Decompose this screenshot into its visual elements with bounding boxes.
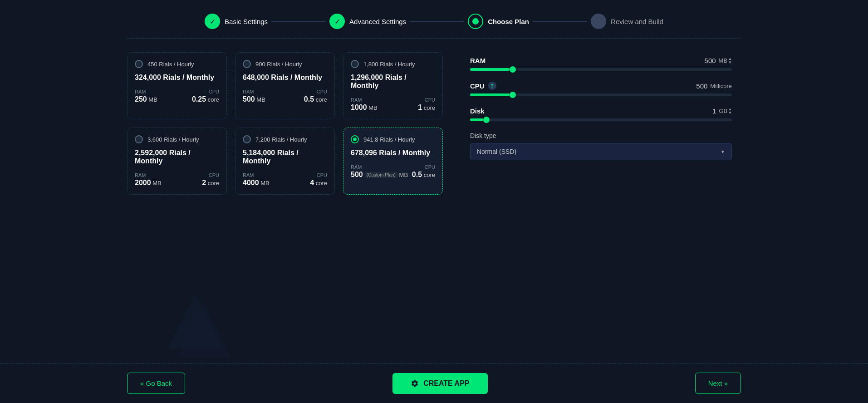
next-label: Next »	[708, 379, 728, 387]
disk-type-section: Disk type Normal (SSD) ▼	[470, 132, 732, 160]
cpu-slider-track[interactable]	[470, 93, 732, 96]
plan-hourly-6: 941.8 Rials / Hourly	[363, 136, 415, 143]
disk-type-value: Normal (SSD)	[477, 148, 516, 155]
cpu-slider-fill	[470, 93, 510, 96]
plan-card-6[interactable]: 941.8 Rials / Hourly 678,096 Rials / Mon…	[343, 128, 443, 195]
plan-cpu-label-4: CPU	[202, 172, 219, 178]
ram-value: 500	[705, 57, 716, 64]
plan-ram-label-5: RAM	[243, 172, 270, 178]
plan-cpu-value-2: 0.5 core	[304, 95, 327, 103]
cpu-label: CPU	[470, 82, 485, 90]
plan-cpu-value-5: 4 core	[310, 179, 327, 187]
create-app-label: CREATE APP	[423, 379, 469, 388]
plan-cpu-value-6: 0.5 core	[412, 171, 435, 179]
plan-radio-5	[243, 135, 251, 143]
go-back-label: « Go Back	[140, 379, 172, 387]
decorative-shape	[150, 276, 240, 367]
plan-radio-2	[243, 60, 251, 68]
step-connector-1	[271, 21, 326, 22]
plan-ram-label-1: RAM	[135, 89, 157, 94]
disk-slider-fill	[470, 118, 483, 121]
plan-card-4[interactable]: 3,600 Rials / Hourly 2,592,000 Rials / M…	[127, 128, 227, 195]
plan-radio-6	[351, 135, 359, 143]
plan-cpu-label-5: CPU	[310, 172, 327, 178]
next-button[interactable]: Next »	[695, 373, 741, 394]
step-choose-plan: Choose Plan	[468, 14, 529, 29]
plan-cpu-label-1: CPU	[192, 89, 219, 94]
resource-panel: RAM 500 MB ▲ ▼	[461, 52, 741, 195]
stepper: ✓ Basic Settings ✓ Advanced Settings Cho…	[0, 0, 868, 38]
plan-ram-value-3: 1000 MB	[351, 103, 378, 112]
plan-ram-value-4: 2000 MB	[135, 179, 162, 187]
ram-slider-track[interactable]	[470, 68, 732, 71]
step-icon-advanced-settings: ✓	[329, 14, 345, 29]
plan-cpu-label-3: CPU	[418, 97, 435, 103]
plan-hourly-2: 900 Rials / Hourly	[255, 61, 302, 68]
step-label-advanced-settings: Advanced Settings	[349, 18, 406, 25]
cpu-slider-thumb[interactable]	[510, 92, 516, 98]
step-connector-3	[533, 21, 587, 22]
disk-label: Disk	[470, 107, 485, 115]
chevron-down-icon: ▼	[721, 149, 725, 154]
plan-ram-value-1: 250 MB	[135, 95, 157, 103]
step-advanced-settings: ✓ Advanced Settings	[329, 14, 406, 29]
create-app-button[interactable]: CREATE APP	[392, 373, 487, 394]
disk-slider-thumb[interactable]	[483, 117, 490, 123]
step-connector-2	[410, 21, 464, 22]
bottom-bar: « Go Back CREATE APP Next »	[0, 363, 868, 403]
plan-monthly-5: 5,184,000 Rials / Monthly	[243, 149, 327, 165]
step-label-choose-plan: Choose Plan	[488, 18, 529, 25]
go-back-button[interactable]: « Go Back	[127, 373, 185, 394]
plan-monthly-6: 678,096 Rials / Monthly	[351, 149, 435, 157]
plan-radio-1	[135, 60, 143, 68]
plan-hourly-1: 450 Rials / Hourly	[147, 61, 194, 68]
cpu-resource-row: CPU ? 500 Millicore	[470, 82, 732, 96]
plan-card-3[interactable]: 1,800 Rials / Hourly 1,296,000 Rials / M…	[343, 52, 443, 119]
cpu-help-icon[interactable]: ?	[488, 82, 496, 90]
step-label-review-build: Review and Build	[611, 18, 663, 25]
plan-card-5[interactable]: 7,200 Rials / Hourly 5,184,000 Rials / M…	[235, 128, 335, 195]
disk-slider-track[interactable]	[470, 118, 732, 121]
plan-monthly-2: 648,000 Rials / Monthly	[243, 74, 327, 82]
disk-value: 1	[712, 107, 716, 115]
plan-cpu-value-3: 1 core	[418, 103, 435, 112]
disk-spinner[interactable]: ▲ ▼	[728, 108, 732, 115]
plan-cpu-value-1: 0.25 core	[192, 95, 219, 103]
cpu-unit: Millicore	[710, 83, 732, 89]
ram-resource-row: RAM 500 MB ▲ ▼	[470, 57, 732, 71]
plan-ram-label-2: RAM	[243, 89, 265, 94]
step-review-build: Review and Build	[591, 14, 663, 29]
plan-card-2[interactable]: 900 Rials / Hourly 648,000 Rials / Month…	[235, 52, 335, 119]
ram-slider-thumb[interactable]	[510, 66, 516, 73]
plan-ram-value-5: 4000 MB	[243, 179, 270, 187]
plan-monthly-4: 2,592,000 Rials / Monthly	[135, 149, 219, 165]
plan-cpu-value-4: 2 core	[202, 179, 219, 187]
plans-grid: 450 Rials / Hourly 324,000 Rials / Month…	[127, 52, 443, 195]
content-wrapper: 450 Rials / Hourly 324,000 Rials / Month…	[127, 43, 741, 204]
ram-label: RAM	[470, 57, 485, 64]
ram-spinner[interactable]: ▲ ▼	[728, 57, 732, 64]
gear-icon	[411, 379, 419, 388]
plan-ram-label-3: RAM	[351, 97, 378, 103]
plan-radio-4	[135, 135, 143, 143]
plan-ram-value-2: 500 MB	[243, 95, 265, 103]
ram-unit: MB	[719, 57, 728, 64]
plan-ram-value-6: 500	[351, 171, 363, 179]
plan-cpu-label-2: CPU	[304, 89, 327, 94]
plan-hourly-5: 7,200 Rials / Hourly	[255, 136, 307, 143]
step-label-basic-settings: Basic Settings	[225, 18, 268, 25]
plan-radio-3	[351, 60, 359, 68]
disk-type-select[interactable]: Normal (SSD) ▼	[470, 143, 732, 160]
plan-card-1[interactable]: 450 Rials / Hourly 324,000 Rials / Month…	[127, 52, 227, 119]
cpu-value: 500	[696, 82, 707, 90]
plan-monthly-1: 324,000 Rials / Monthly	[135, 74, 219, 82]
disk-resource-row: Disk 1 GB ▲ ▼	[470, 107, 732, 121]
plan-ram-label-4: RAM	[135, 172, 162, 178]
step-icon-basic-settings: ✓	[205, 14, 220, 29]
main-area: 450 Rials / Hourly 324,000 Rials / Month…	[127, 38, 741, 208]
plan-hourly-4: 3,600 Rials / Hourly	[147, 136, 199, 143]
disk-type-label: Disk type	[470, 132, 732, 139]
plan-hourly-3: 1,800 Rials / Hourly	[363, 61, 415, 68]
ram-slider-fill	[470, 68, 510, 71]
plan-monthly-3: 1,296,000 Rials / Monthly	[351, 74, 435, 90]
